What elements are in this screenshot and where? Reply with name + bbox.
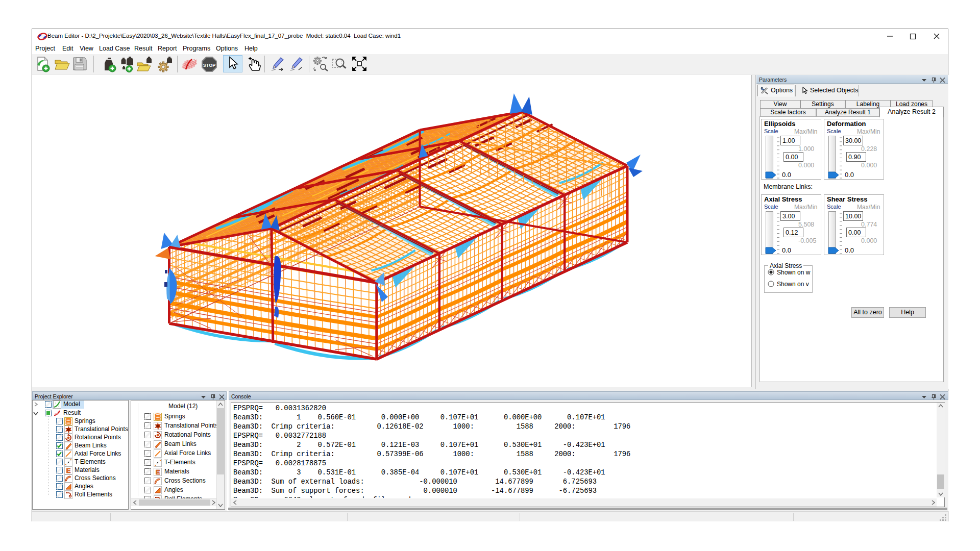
svg-text:STOP: STOP xyxy=(203,63,215,68)
